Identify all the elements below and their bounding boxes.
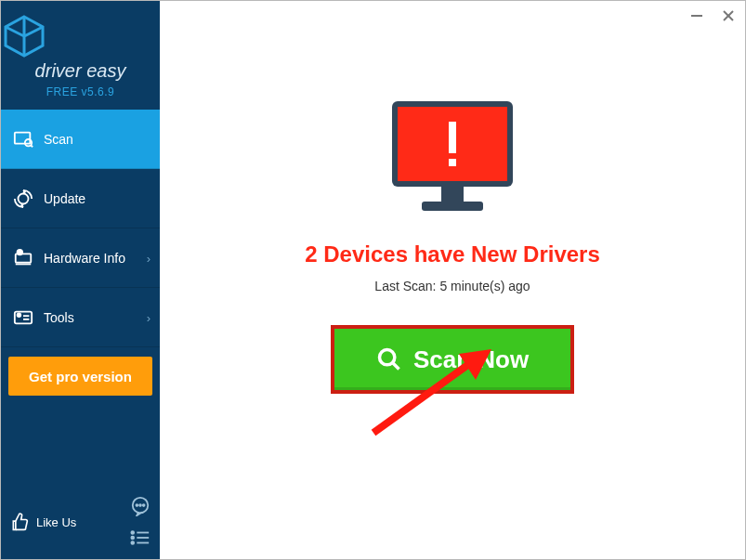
svg-rect-29 bbox=[449, 159, 456, 166]
svg-rect-0 bbox=[15, 132, 31, 143]
close-button[interactable] bbox=[719, 7, 738, 25]
svg-point-14 bbox=[143, 504, 145, 506]
svg-rect-27 bbox=[422, 202, 483, 211]
svg-point-12 bbox=[136, 504, 137, 506]
svg-point-5 bbox=[18, 249, 22, 254]
get-pro-button[interactable]: Get pro version bbox=[8, 357, 152, 396]
svg-rect-28 bbox=[449, 122, 456, 153]
brand-name: driver easy bbox=[1, 60, 160, 82]
lastscan-text: Last Scan: 5 minute(s) ago bbox=[374, 279, 530, 293]
svg-rect-26 bbox=[441, 187, 464, 202]
titlebar-controls bbox=[687, 7, 738, 25]
svg-line-31 bbox=[392, 363, 399, 370]
monitor-alert-icon bbox=[383, 94, 522, 219]
tools-icon bbox=[12, 306, 34, 329]
nav-update[interactable]: Update bbox=[1, 169, 160, 228]
chevron-right-icon: › bbox=[147, 310, 151, 324]
sidebar-footer: Like Us bbox=[1, 488, 160, 559]
logo-block: driver easy FREE v5.6.9 bbox=[1, 1, 160, 110]
svg-line-2 bbox=[31, 145, 33, 147]
thumbsup-icon bbox=[10, 513, 29, 531]
sidebar: driver easy FREE v5.6.9 Scan bbox=[1, 1, 160, 559]
svg-point-19 bbox=[131, 541, 134, 544]
app-window: driver easy FREE v5.6.9 Scan bbox=[1, 1, 745, 559]
nav: Scan Update bbox=[1, 110, 160, 347]
nav-scan-label: Scan bbox=[44, 132, 73, 147]
svg-rect-4 bbox=[16, 254, 32, 262]
hardware-icon bbox=[12, 247, 34, 269]
content: 2 Devices have New Drivers Last Scan: 5 … bbox=[160, 1, 745, 394]
scan-now-label: Scan Now bbox=[413, 345, 529, 374]
scan-now-button[interactable]: Scan Now bbox=[331, 325, 574, 394]
nav-hardware[interactable]: Hardware Info › bbox=[1, 228, 160, 288]
feedback-icon[interactable] bbox=[130, 496, 151, 516]
svg-point-17 bbox=[131, 537, 134, 540]
svg-point-8 bbox=[18, 313, 21, 317]
drivereasy-logo-icon bbox=[1, 14, 47, 59]
menu-list-icon[interactable] bbox=[130, 527, 151, 548]
nav-hardware-label: Hardware Info bbox=[44, 251, 125, 266]
like-us-label: Like Us bbox=[36, 515, 76, 529]
update-icon bbox=[12, 188, 34, 210]
main-panel: 2 Devices have New Drivers Last Scan: 5 … bbox=[160, 1, 745, 559]
nav-update-label: Update bbox=[44, 191, 85, 206]
svg-point-13 bbox=[139, 504, 141, 506]
svg-point-15 bbox=[131, 531, 134, 534]
chevron-right-icon: › bbox=[147, 251, 151, 265]
minimize-button[interactable] bbox=[687, 7, 706, 25]
headline-text: 2 Devices have New Drivers bbox=[305, 241, 600, 267]
nav-scan[interactable]: Scan bbox=[1, 110, 160, 169]
search-icon bbox=[376, 346, 402, 372]
brand-version: FREE v5.6.9 bbox=[1, 85, 160, 98]
like-us-button[interactable]: Like Us bbox=[10, 513, 76, 531]
nav-tools[interactable]: Tools › bbox=[1, 288, 160, 347]
svg-point-3 bbox=[19, 193, 29, 203]
scan-icon bbox=[12, 128, 34, 150]
nav-tools-label: Tools bbox=[44, 310, 74, 325]
svg-point-30 bbox=[379, 350, 394, 365]
